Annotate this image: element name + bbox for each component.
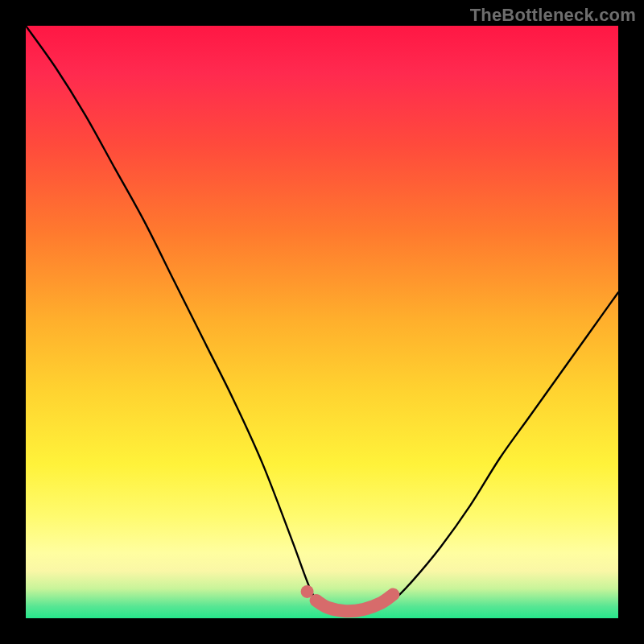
watermark: TheBottleneck.com [470,5,636,26]
curve-layer [26,26,618,618]
highlight-dot [301,585,314,598]
bottleneck-curve [26,26,618,613]
chart-frame: TheBottleneck.com [0,0,644,644]
plot-area [26,26,618,618]
highlight-segment [316,595,394,612]
